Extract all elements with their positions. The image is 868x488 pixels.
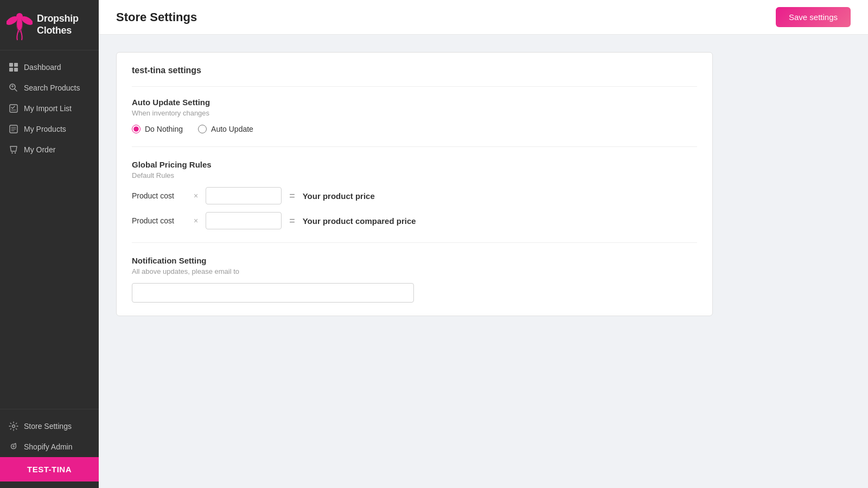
times-icon-2: × bbox=[194, 216, 198, 225]
sidebar-item-label: My Order bbox=[24, 145, 55, 154]
svg-rect-9 bbox=[10, 105, 17, 112]
pricing-row-2-cost-label: Product cost bbox=[132, 216, 186, 225]
app-name: Dropship Clothes bbox=[37, 13, 92, 36]
notification-section: Notification Setting All above updates, … bbox=[132, 256, 697, 303]
sidebar-item-my-order[interactable]: My Order bbox=[0, 139, 99, 160]
svg-rect-5 bbox=[9, 63, 13, 67]
radio-auto-update[interactable]: Auto Update bbox=[198, 125, 253, 133]
sidebar-item-label: Shopify Admin bbox=[24, 442, 73, 451]
sidebar-item-my-import-list[interactable]: My Import List bbox=[0, 98, 99, 119]
radio-auto-update-input[interactable] bbox=[198, 125, 207, 133]
sidebar-item-label: Store Settings bbox=[24, 422, 72, 431]
pricing-row-2-multiplier[interactable] bbox=[206, 212, 282, 229]
notification-sub: All above updates, please email to bbox=[132, 267, 697, 275]
pricing-row-1-cost-label: Product cost bbox=[132, 191, 186, 200]
svg-rect-8 bbox=[14, 68, 18, 72]
equals-sign-1: = bbox=[289, 190, 295, 202]
svg-point-13 bbox=[12, 425, 15, 428]
settings-card: test-tina settings Auto Update Setting W… bbox=[116, 52, 713, 316]
my-order-icon bbox=[9, 145, 18, 155]
svg-rect-6 bbox=[14, 63, 18, 67]
svg-point-11 bbox=[11, 152, 12, 153]
radio-do-nothing-label: Do Nothing bbox=[145, 125, 183, 133]
pricing-rules-label: Global Pricing Rules bbox=[132, 160, 697, 169]
save-settings-button[interactable]: Save settings bbox=[776, 7, 851, 27]
sidebar-item-search-products[interactable]: Search Products bbox=[0, 78, 99, 98]
sidebar-item-label: Search Products bbox=[24, 84, 80, 92]
my-products-icon bbox=[9, 124, 18, 134]
radio-do-nothing[interactable]: Do Nothing bbox=[132, 125, 183, 133]
sidebar-item-shopify-admin[interactable]: Shopify Admin bbox=[0, 436, 99, 457]
content-area: test-tina settings Auto Update Setting W… bbox=[99, 35, 868, 488]
search-products-icon bbox=[9, 83, 18, 93]
sidebar-item-label: Dashboard bbox=[24, 63, 61, 72]
pricing-row-1: Product cost × = Your product price bbox=[132, 187, 697, 204]
notification-label: Notification Setting bbox=[132, 256, 697, 265]
main-content: Store Settings Save settings test-tina s… bbox=[99, 0, 868, 488]
notification-email-input[interactable] bbox=[132, 283, 414, 303]
logo-icon bbox=[7, 9, 33, 41]
svg-point-4 bbox=[16, 13, 23, 20]
auto-update-section: Auto Update Setting When inventory chang… bbox=[132, 98, 697, 147]
auto-update-label: Auto Update Setting bbox=[132, 98, 697, 107]
sidebar-bottom: Store Settings Shopify Admin TEST-TINA bbox=[0, 409, 99, 488]
page-title: Store Settings bbox=[116, 10, 197, 24]
svg-rect-7 bbox=[9, 68, 13, 72]
main-nav: Dashboard Search Products My Import List bbox=[0, 50, 99, 409]
pricing-row-1-multiplier[interactable] bbox=[206, 187, 282, 204]
sidebar-item-dashboard[interactable]: Dashboard bbox=[0, 57, 99, 78]
pricing-row-1-result: Your product price bbox=[303, 191, 375, 201]
dashboard-icon bbox=[9, 62, 18, 72]
sidebar-item-label: My Products bbox=[24, 125, 66, 133]
import-list-icon bbox=[9, 104, 18, 113]
times-icon-1: × bbox=[194, 191, 198, 200]
sidebar: Dropship Clothes Dashboard Search Produc… bbox=[0, 0, 99, 488]
pricing-rules-section: Global Pricing Rules Default Rules Produ… bbox=[132, 160, 697, 243]
shopify-icon bbox=[9, 442, 18, 452]
svg-point-12 bbox=[15, 152, 16, 153]
user-label[interactable]: TEST-TINA bbox=[0, 457, 99, 481]
gear-icon bbox=[9, 421, 18, 431]
radio-do-nothing-input[interactable] bbox=[132, 125, 141, 133]
sidebar-item-my-products[interactable]: My Products bbox=[0, 119, 99, 139]
radio-auto-update-label: Auto Update bbox=[211, 125, 253, 133]
pricing-row-2-result: Your product compared price bbox=[303, 216, 416, 226]
logo-area: Dropship Clothes bbox=[0, 0, 99, 50]
page-header: Store Settings Save settings bbox=[99, 0, 868, 35]
equals-sign-2: = bbox=[289, 215, 295, 227]
sidebar-item-label: My Import List bbox=[24, 104, 72, 113]
card-title: test-tina settings bbox=[132, 66, 697, 87]
auto-update-radio-group: Do Nothing Auto Update bbox=[132, 125, 697, 133]
auto-update-sub: When inventory changes bbox=[132, 109, 697, 117]
pricing-row-2: Product cost × = Your product compared p… bbox=[132, 212, 697, 229]
pricing-rules-sub: Default Rules bbox=[132, 171, 697, 179]
sidebar-item-store-settings[interactable]: Store Settings bbox=[0, 416, 99, 436]
